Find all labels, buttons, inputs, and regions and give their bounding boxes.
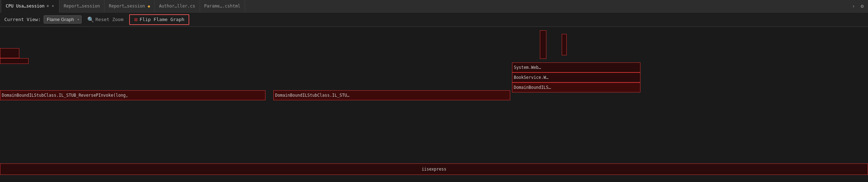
tab-label: Report…session [109,4,145,9]
tab-bar: CPU Usa…session ⊕ ✕ Report…session Repor… [0,0,868,12]
tab-cpu-session[interactable]: CPU Usa…session ⊕ ✕ [1,0,59,12]
flip-flame-graph-button[interactable]: ⊠ Flip Flame Graph [129,14,189,25]
flame-bar[interactable] [0,48,19,58]
gear-icon: ⚙ [861,3,864,9]
tab-label: Parame….cshtml [204,4,240,9]
flame-bar[interactable] [562,34,567,55]
flame-bar[interactable]: DomainBoundILS… [512,82,640,92]
flip-icon: ⊠ [134,16,137,23]
flame-bar[interactable]: DomainBoundILStubClass.IL_STU… [273,90,510,100]
flame-bar[interactable]: BookService.W… [512,72,640,82]
tab-label: Report…session [64,4,100,9]
flame-bar[interactable]: System.Web… [512,62,640,72]
tab-parame-cshtml[interactable]: Parame….cshtml [200,0,245,12]
tab-report1-session[interactable]: Report…session [59,0,104,12]
close-icon[interactable]: ✕ [51,3,55,9]
toolbar: Current View: Flame Graph ▾ 🔍 Reset Zoom… [0,12,868,27]
tab-report2-session[interactable]: Report…session [104,0,155,12]
reset-zoom-button[interactable]: 🔍 Reset Zoom [84,15,126,24]
flame-bar[interactable]: DomainBoundILStubClass.IL_STUB_ReversePI… [0,90,265,100]
reset-zoom-label: Reset Zoom [96,17,123,22]
pin-icon[interactable]: ⊕ [47,4,49,8]
view-select-wrapper[interactable]: Flame Graph ▾ [44,15,82,24]
tab-label: CPU Usa…session [6,4,44,9]
view-select[interactable]: Flame Graph [44,15,82,24]
tab-label: Author…ller.cs [159,4,195,9]
flame-bar[interactable] [540,30,546,59]
tab-settings-button[interactable]: ⚙ [858,3,867,9]
overflow-icon: › [852,3,855,9]
tab-author-ller[interactable]: Author…ller.cs [155,0,200,12]
flame-bar[interactable] [0,58,29,64]
current-view-label: Current View: [4,17,41,22]
zoom-icon: 🔍 [87,16,94,23]
flame-graph-area: System.Web…BookService.W…DomainBoundILSt… [0,27,868,182]
flame-bar[interactable]: iisexpress [0,163,868,175]
flip-flame-graph-label: Flip Flame Graph [140,17,184,22]
tab-overflow-button[interactable]: › [849,3,858,9]
